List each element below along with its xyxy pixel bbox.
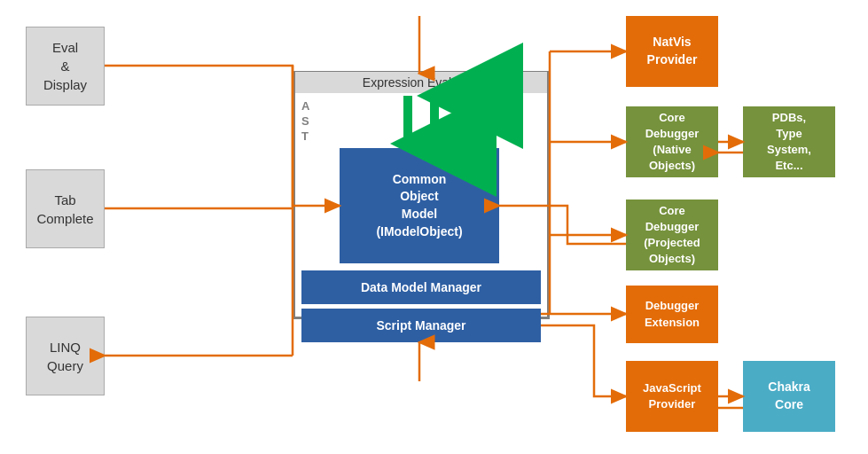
core-debugger-projected-box: Core Debugger (Projected Objects) (626, 200, 718, 270)
core-debugger-native-box: Core Debugger (Native Objects) (626, 106, 718, 177)
expression-evaluator-label: Expression Evaluator (295, 72, 547, 93)
pdbs-box: PDBs, Type System, Etc... (743, 106, 835, 177)
linq-query-box: LINQ Query (26, 317, 105, 395)
chakra-core-box: Chakra Core (743, 361, 835, 432)
script-manager-box: Script Manager (301, 309, 541, 342)
common-object-model-box: Common Object Model (IModelObject) (340, 148, 499, 263)
eval-display-box: Eval & Display (26, 27, 105, 106)
data-model-manager-box: Data Model Manager (301, 270, 541, 304)
diagram: Eval & Display Tab Complete LINQ Query E… (0, 0, 868, 454)
debugger-extension-box: Debugger Extension (626, 286, 718, 343)
natvis-provider-box: NatVis Provider (626, 16, 718, 87)
ast-label: A S T (301, 99, 309, 145)
tab-complete-box: Tab Complete (26, 169, 105, 248)
javascript-provider-box: JavaScript Provider (626, 361, 718, 432)
